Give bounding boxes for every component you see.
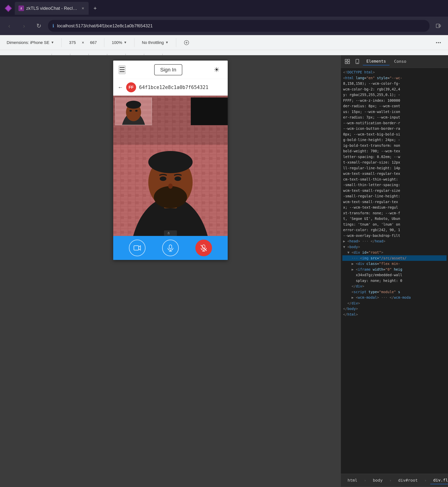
more-options-button[interactable]	[432, 38, 444, 47]
extra-options-button[interactable]	[181, 38, 192, 47]
end-call-button[interactable]	[195, 240, 212, 256]
svg-rect-31	[164, 230, 177, 236]
dimensions-selector[interactable]: Dimensions: iPhone SE ▼	[4, 39, 57, 47]
browser-logo	[4, 4, 13, 13]
code-line: </body>	[342, 306, 447, 312]
tab-title: zkTLS videoChat - Reclaim...	[26, 6, 79, 11]
back-button[interactable]: ‹	[4, 20, 15, 31]
devtools-tabs: Elements Conso	[341, 55, 448, 68]
svg-rect-45	[169, 245, 172, 249]
devtools-bottom-bar: html › body › div#root › div.flex	[341, 474, 448, 487]
breadcrumb-div-flex[interactable]: div.flex	[430, 476, 448, 484]
ruler	[0, 50, 448, 55]
code-line: ▶ <head> ··· </head>	[342, 238, 447, 244]
code-line: </div>	[342, 283, 447, 289]
code-line: FFFF; --wcm-z-index: 100000	[342, 98, 447, 103]
code-line: wcm-text-xsmall-regular-tex	[342, 171, 447, 176]
browser-tab[interactable]: z zkTLS videoChat - Reclaim... ×	[15, 2, 89, 15]
throttle-dropdown-arrow: ▼	[165, 41, 168, 45]
video-area: ñ	[113, 96, 228, 236]
devtools-panel: Elements Conso <!DOCTYPE html> <html lan…	[341, 55, 448, 487]
breadcrumb-separator-3: ›	[424, 478, 427, 483]
code-line: error-color: rgb(242, 90, 1	[342, 227, 447, 233]
svg-point-8	[438, 42, 439, 43]
tab-favicon: z	[18, 6, 24, 11]
svg-point-7	[436, 42, 437, 43]
code-line: t-xsmall-regular-size: 12px	[342, 159, 447, 165]
devtools-tab-elements[interactable]: Elements	[363, 57, 390, 65]
sign-in-button[interactable]: Sign In	[154, 64, 182, 75]
code-line: letter-spacing: 0.02em; --w	[342, 154, 447, 160]
devtools-inspect-icon[interactable]	[343, 57, 352, 66]
breadcrumb-html[interactable]: html	[344, 477, 360, 484]
code-line: ▶ <iframe width="0" heig	[342, 267, 447, 272]
code-line: x; --wcm-text-medium-regul	[342, 204, 447, 210]
chat-id-text: 64f1bce12e8c1a0b7f654321	[139, 85, 208, 90]
svg-rect-55	[348, 62, 350, 64]
svg-marker-1	[6, 6, 11, 11]
address-bar[interactable]: ℹ localhost:5173/chat/64f1bce12e8c1a0b7f…	[48, 20, 430, 32]
toolbar-divider-3	[134, 38, 135, 47]
avatar: FF	[126, 82, 136, 92]
svg-point-27	[154, 186, 187, 208]
devtools-tab-console[interactable]: Conso	[390, 58, 410, 65]
dimensions-dropdown-arrow: ▼	[51, 41, 54, 45]
code-line: ig-bold-text-transform: non	[342, 143, 447, 149]
code-line: -small-regular-line-height:	[342, 193, 447, 199]
devtools-device-icon[interactable]	[353, 57, 362, 66]
main-content-area: ☰ Sign In ☀ ← FF 64f1bce12e8c1a0b7f65432…	[0, 55, 448, 487]
theme-toggle-button[interactable]: ☀	[211, 64, 222, 75]
throttle-selector[interactable]: No throttling ▼	[139, 39, 171, 47]
svg-point-30	[168, 183, 173, 189]
code-line: er-radius: 7px; --wcm-input	[342, 114, 447, 120]
width-input[interactable]: 375	[66, 39, 79, 47]
svg-rect-2	[436, 24, 440, 28]
code-line: ▼ <div id="root">	[342, 250, 447, 255]
video-toggle-button[interactable]	[129, 240, 145, 256]
code-line: tings: 'tnum' on, 'lnum' on	[342, 221, 447, 227]
height-input[interactable]: 667	[87, 39, 100, 47]
devtools-code-content[interactable]: <!DOCTYPE html> <html lang="en" style="-…	[341, 68, 448, 474]
svg-point-9	[440, 42, 441, 43]
code-line: <!DOCTYPE html>	[342, 69, 447, 75]
code-line: wcm-text-small-regular-tex	[342, 199, 447, 205]
svg-point-57	[357, 63, 358, 63]
menu-button[interactable]: ☰	[119, 65, 125, 74]
reload-button[interactable]: ↻	[33, 20, 44, 31]
zoom-selector[interactable]: 100% ▼	[109, 39, 130, 47]
code-line: --wcm-notification-border-r	[342, 120, 447, 126]
nav-bar: ‹ › ↻ ℹ localhost:5173/chat/64f1bce12e8c…	[0, 17, 448, 35]
dimension-separator: ×	[82, 40, 84, 45]
svg-point-26	[148, 151, 193, 173]
breadcrumb-body[interactable]: body	[370, 477, 386, 484]
svg-point-41	[135, 110, 138, 112]
forward-button[interactable]: ›	[18, 20, 30, 31]
tab-close-button[interactable]: ×	[81, 5, 85, 12]
back-button[interactable]: ←	[118, 84, 123, 90]
svg-rect-53	[348, 59, 350, 61]
code-line: --wcm-overlay-backdrop-filt	[342, 233, 447, 238]
dimensions-label: Dimensions: iPhone SE	[7, 40, 49, 45]
toolbar-bar: Dimensions: iPhone SE ▼ 375 × 667 100% ▼…	[0, 35, 448, 50]
svg-point-39	[126, 101, 141, 109]
mic-toggle-button[interactable]	[162, 240, 179, 256]
code-line: <script type="module" s	[342, 289, 447, 295]
zoom-dropdown-arrow: ▼	[124, 41, 127, 45]
svg-rect-42	[191, 97, 228, 125]
app-header: ☰ Sign In ☀	[113, 61, 228, 79]
pip-self-video	[115, 97, 152, 125]
svg-point-40	[129, 110, 132, 112]
mobile-frame: ☰ Sign In ☀ ← FF 64f1bce12e8c1a0b7f65432…	[113, 61, 228, 260]
svg-point-28	[160, 176, 166, 181]
extensions-button[interactable]	[433, 20, 444, 31]
call-controls-bar	[113, 236, 228, 260]
code-line-selected[interactable]: ··· <img src="/src/assets/	[342, 255, 447, 261]
new-tab-button[interactable]: +	[90, 4, 100, 13]
breadcrumb-separator-1: ›	[364, 478, 366, 483]
breadcrumb-separator-2: ›	[389, 478, 392, 483]
mobile-preview-area: ☰ Sign In ☀ ← FF 64f1bce12e8c1a0b7f65432…	[0, 55, 341, 487]
breadcrumb-div-root[interactable]: div#root	[395, 477, 421, 484]
svg-rect-54	[345, 62, 347, 64]
code-line: --wcm-icon-button-border-ra	[342, 126, 447, 132]
code-line: us: 15px; --wcm-wallet-icon	[342, 109, 447, 115]
